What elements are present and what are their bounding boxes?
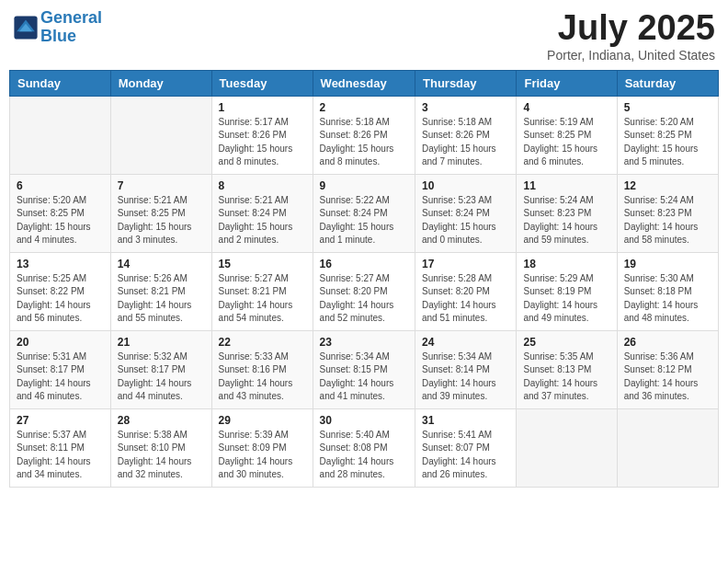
logo-text: General Blue (40, 9, 102, 46)
header-sunday: Sunday (10, 70, 111, 96)
calendar-cell: 16Sunrise: 5:27 AM Sunset: 8:20 PM Dayli… (313, 252, 415, 330)
day-info: Sunrise: 5:35 AM Sunset: 8:13 PM Dayligh… (523, 350, 609, 404)
day-number: 5 (624, 101, 711, 114)
header-monday: Monday (110, 70, 211, 96)
day-number: 24 (422, 336, 509, 349)
header-tuesday: Tuesday (211, 70, 313, 96)
day-info: Sunrise: 5:38 AM Sunset: 8:10 PM Dayligh… (118, 429, 205, 482)
day-info: Sunrise: 5:40 AM Sunset: 8:08 PM Dayligh… (320, 429, 408, 482)
calendar-cell: 18Sunrise: 5:29 AM Sunset: 8:19 PM Dayli… (517, 252, 617, 330)
day-number: 13 (17, 258, 104, 270)
day-info: Sunrise: 5:18 AM Sunset: 8:26 PM Dayligh… (320, 116, 408, 169)
day-number: 19 (624, 258, 711, 270)
day-number: 20 (17, 336, 104, 349)
calendar-cell (110, 96, 211, 174)
calendar-cell: 21Sunrise: 5:32 AM Sunset: 8:17 PM Dayli… (110, 330, 211, 408)
day-number: 11 (523, 179, 609, 192)
day-info: Sunrise: 5:24 AM Sunset: 8:23 PM Dayligh… (523, 194, 609, 247)
day-number: 25 (523, 336, 609, 349)
day-info: Sunrise: 5:34 AM Sunset: 8:14 PM Dayligh… (422, 350, 509, 404)
day-number: 17 (422, 258, 509, 270)
location: Porter, Indiana, United States (547, 48, 715, 63)
day-number: 8 (219, 179, 306, 192)
day-info: Sunrise: 5:41 AM Sunset: 8:07 PM Dayligh… (422, 429, 509, 482)
header-wednesday: Wednesday (313, 70, 415, 96)
day-info: Sunrise: 5:21 AM Sunset: 8:25 PM Dayligh… (118, 194, 205, 247)
day-number: 12 (624, 179, 711, 192)
title-section: July 2025 Porter, Indiana, United States (547, 9, 715, 63)
day-number: 18 (523, 258, 609, 270)
day-info: Sunrise: 5:21 AM Sunset: 8:24 PM Dayligh… (219, 194, 306, 247)
calendar-cell: 28Sunrise: 5:38 AM Sunset: 8:10 PM Dayli… (110, 408, 211, 487)
day-number: 31 (422, 414, 509, 427)
calendar-cell: 19Sunrise: 5:30 AM Sunset: 8:18 PM Dayli… (617, 252, 718, 330)
calendar-table: Sunday Monday Tuesday Wednesday Thursday… (9, 70, 719, 488)
week-row-2: 6Sunrise: 5:20 AM Sunset: 8:25 PM Daylig… (10, 174, 719, 252)
day-info: Sunrise: 5:27 AM Sunset: 8:21 PM Dayligh… (219, 272, 306, 326)
day-info: Sunrise: 5:22 AM Sunset: 8:24 PM Dayligh… (320, 194, 408, 247)
week-row-4: 20Sunrise: 5:31 AM Sunset: 8:17 PM Dayli… (10, 330, 719, 408)
day-info: Sunrise: 5:32 AM Sunset: 8:17 PM Dayligh… (118, 350, 205, 404)
calendar-cell: 31Sunrise: 5:41 AM Sunset: 8:07 PM Dayli… (415, 408, 517, 487)
day-number: 3 (422, 101, 509, 114)
day-info: Sunrise: 5:20 AM Sunset: 8:25 PM Dayligh… (624, 116, 711, 169)
day-info: Sunrise: 5:27 AM Sunset: 8:20 PM Dayligh… (320, 272, 408, 326)
day-info: Sunrise: 5:18 AM Sunset: 8:26 PM Dayligh… (422, 116, 509, 169)
calendar-cell: 29Sunrise: 5:39 AM Sunset: 8:09 PM Dayli… (211, 408, 313, 487)
calendar-cell: 2Sunrise: 5:18 AM Sunset: 8:26 PM Daylig… (313, 96, 415, 174)
calendar-cell: 23Sunrise: 5:34 AM Sunset: 8:15 PM Dayli… (313, 330, 415, 408)
day-info: Sunrise: 5:39 AM Sunset: 8:09 PM Dayligh… (219, 429, 306, 482)
day-number: 29 (219, 414, 306, 427)
day-info: Sunrise: 5:33 AM Sunset: 8:16 PM Dayligh… (219, 350, 306, 404)
day-number: 9 (320, 179, 408, 192)
calendar-cell (517, 408, 617, 487)
day-number: 22 (219, 336, 306, 349)
calendar-cell (617, 408, 718, 487)
calendar-cell: 1Sunrise: 5:17 AM Sunset: 8:26 PM Daylig… (211, 96, 313, 174)
day-number: 4 (523, 101, 609, 114)
calendar-cell: 24Sunrise: 5:34 AM Sunset: 8:14 PM Dayli… (415, 330, 517, 408)
day-info: Sunrise: 5:19 AM Sunset: 8:25 PM Dayligh… (523, 116, 609, 169)
header-friday: Friday (517, 70, 617, 96)
day-info: Sunrise: 5:17 AM Sunset: 8:26 PM Dayligh… (219, 116, 306, 169)
calendar-cell: 12Sunrise: 5:24 AM Sunset: 8:23 PM Dayli… (617, 174, 718, 252)
calendar-cell: 30Sunrise: 5:40 AM Sunset: 8:08 PM Dayli… (313, 408, 415, 487)
day-number: 16 (320, 258, 408, 270)
day-info: Sunrise: 5:34 AM Sunset: 8:15 PM Dayligh… (320, 350, 408, 404)
calendar-cell: 3Sunrise: 5:18 AM Sunset: 8:26 PM Daylig… (415, 96, 517, 174)
calendar-cell (10, 96, 111, 174)
day-number: 21 (118, 336, 205, 349)
day-number: 6 (17, 179, 104, 192)
day-number: 14 (118, 258, 205, 270)
day-number: 1 (219, 101, 306, 114)
calendar-cell: 20Sunrise: 5:31 AM Sunset: 8:17 PM Dayli… (10, 330, 111, 408)
day-info: Sunrise: 5:37 AM Sunset: 8:11 PM Dayligh… (17, 429, 104, 482)
calendar-cell: 9Sunrise: 5:22 AM Sunset: 8:24 PM Daylig… (313, 174, 415, 252)
calendar-cell: 7Sunrise: 5:21 AM Sunset: 8:25 PM Daylig… (110, 174, 211, 252)
calendar-cell: 26Sunrise: 5:36 AM Sunset: 8:12 PM Dayli… (617, 330, 718, 408)
logo-icon (13, 15, 39, 40)
calendar-cell: 10Sunrise: 5:23 AM Sunset: 8:24 PM Dayli… (415, 174, 517, 252)
calendar-cell: 25Sunrise: 5:35 AM Sunset: 8:13 PM Dayli… (517, 330, 617, 408)
day-info: Sunrise: 5:26 AM Sunset: 8:21 PM Dayligh… (118, 272, 205, 326)
day-info: Sunrise: 5:23 AM Sunset: 8:24 PM Dayligh… (422, 194, 509, 247)
day-info: Sunrise: 5:25 AM Sunset: 8:22 PM Dayligh… (17, 272, 104, 326)
day-number: 15 (219, 258, 306, 270)
logo: General Blue (13, 9, 102, 46)
day-info: Sunrise: 5:31 AM Sunset: 8:17 PM Dayligh… (17, 350, 104, 404)
calendar-cell: 13Sunrise: 5:25 AM Sunset: 8:22 PM Dayli… (10, 252, 111, 330)
day-info: Sunrise: 5:24 AM Sunset: 8:23 PM Dayligh… (624, 194, 711, 247)
week-row-5: 27Sunrise: 5:37 AM Sunset: 8:11 PM Dayli… (10, 408, 719, 487)
day-number: 30 (320, 414, 408, 427)
day-info: Sunrise: 5:29 AM Sunset: 8:19 PM Dayligh… (523, 272, 609, 326)
calendar-cell: 14Sunrise: 5:26 AM Sunset: 8:21 PM Dayli… (110, 252, 211, 330)
month-title: July 2025 (547, 9, 715, 48)
calendar-cell: 6Sunrise: 5:20 AM Sunset: 8:25 PM Daylig… (10, 174, 111, 252)
week-row-3: 13Sunrise: 5:25 AM Sunset: 8:22 PM Dayli… (10, 252, 719, 330)
header-thursday: Thursday (415, 70, 517, 96)
day-info: Sunrise: 5:20 AM Sunset: 8:25 PM Dayligh… (17, 194, 104, 247)
calendar-cell: 15Sunrise: 5:27 AM Sunset: 8:21 PM Dayli… (211, 252, 313, 330)
page-header: General Blue July 2025 Porter, Indiana, … (9, 9, 719, 63)
day-number: 26 (624, 336, 711, 349)
day-number: 2 (320, 101, 408, 114)
